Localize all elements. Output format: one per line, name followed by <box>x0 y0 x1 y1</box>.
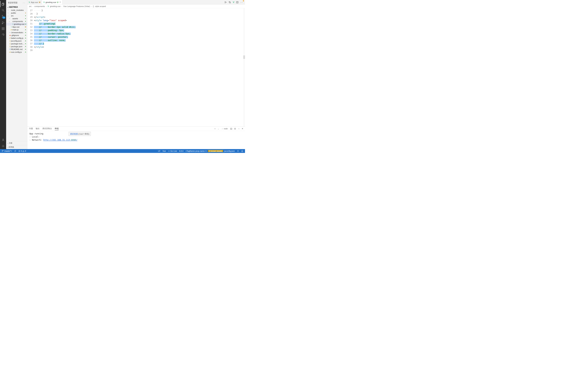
breadcrumb-part[interactable]: style scoped <box>95 5 106 7</box>
settings-icon[interactable] <box>0 143 6 149</box>
chevron-down-icon: ⌄ <box>7 6 9 8</box>
outline-section[interactable]: › 大纲 <box>6 141 27 145</box>
terminal-link[interactable]: http://192.168.31.113:8080/ <box>43 139 77 141</box>
more-icon[interactable]: ··· <box>240 1 243 3</box>
chevron-icon: › <box>9 18 10 19</box>
git-status: A <box>25 43 26 45</box>
status-sync[interactable] <box>13 150 17 152</box>
explorer-icon[interactable] <box>0 1 6 7</box>
file-icon: {} <box>9 43 11 45</box>
tree-item[interactable]: ›public● <box>6 12 27 14</box>
svg-point-2 <box>2 9 4 11</box>
panel-tab[interactable]: 调试控制台 <box>42 127 52 130</box>
editor-tab[interactable]: VApp.vueM <box>27 0 42 4</box>
status-branch[interactable]: master*+ <box>1 150 13 152</box>
tree-item[interactable]: JSmain.jsA <box>6 28 27 31</box>
tree-item[interactable]: JSvue.config.jsA <box>6 51 27 53</box>
project-section[interactable]: ⌄ GEETING3 <box>6 5 27 9</box>
breadcrumb-part[interactable]: Vue Language Features (Volar) <box>63 5 90 7</box>
breadcrumb-part[interactable]: src <box>29 5 32 7</box>
status-tagname[interactable]: <TagName prop-name /> <box>184 150 208 152</box>
file-label: vue.config.js <box>11 51 25 53</box>
file-icon: JS <box>9 51 11 53</box>
split-terminal-icon[interactable] <box>230 128 232 130</box>
status-eol[interactable]: LF <box>157 150 162 152</box>
svg-point-16 <box>229 1 229 2</box>
edge-icon[interactable] <box>0 32 6 38</box>
git-status: A <box>25 48 26 50</box>
panel-tab[interactable]: 终端 <box>55 127 59 130</box>
tree-item[interactable]: ≡.browserslistrcA <box>6 31 27 34</box>
git-compare-icon[interactable] <box>229 1 231 3</box>
vue-icon: V <box>43 1 45 3</box>
search-icon[interactable] <box>0 7 6 13</box>
file-label: public <box>11 12 25 14</box>
close-panel-icon[interactable]: ✕ <box>242 128 243 130</box>
tree-item[interactable]: VApp.vueM <box>6 25 27 28</box>
tree-item[interactable]: {}package.jsonA <box>6 45 27 48</box>
chevron-right-icon: › <box>91 5 92 7</box>
file-label: README.md <box>11 48 25 50</box>
scm-badge: 22 <box>2 17 5 19</box>
svg-point-24 <box>3 150 3 151</box>
file-icon: V <box>12 23 14 25</box>
run-icon[interactable] <box>224 1 227 3</box>
tree-item[interactable]: {}jsconfig.jsonA <box>6 40 27 42</box>
git-status: A <box>25 29 26 31</box>
status-issues[interactable]: 2 known issues <box>208 150 223 152</box>
git-status: ● <box>25 18 26 19</box>
tree-item[interactable]: ⓘREADME.mdA <box>6 48 27 51</box>
split-editor-icon[interactable] <box>236 1 239 3</box>
status-language[interactable]: Vue <box>161 150 167 152</box>
panel-tab[interactable]: 输出 <box>36 127 40 130</box>
code-editor[interactable]: ······}··}</script><style lang="less" sc… <box>34 8 243 126</box>
file-icon: JS <box>10 29 12 31</box>
status-jsconfig[interactable]: jsconfig.json <box>223 150 236 152</box>
editor-tab[interactable]: Vgreeting.vueU✕ <box>42 0 62 4</box>
minimap[interactable] <box>243 8 245 126</box>
status-feedback-icon[interactable] <box>236 150 240 152</box>
svg-rect-11 <box>2 29 3 30</box>
sidebar-more-icon[interactable]: ··· <box>23 2 25 4</box>
tree-item[interactable]: ›node_modules <box>6 9 27 12</box>
file-label: .gitignore <box>11 34 25 36</box>
panel-tab[interactable]: 问题 <box>29 127 33 130</box>
terminal-dropdown-icon[interactable]: ⌄ <box>218 128 219 130</box>
trash-icon[interactable] <box>234 128 236 130</box>
breadcrumb-part[interactable]: greeting.vue <box>50 5 61 7</box>
extensions-icon[interactable] <box>0 25 6 32</box>
breadcrumb-part[interactable]: components <box>34 5 45 7</box>
git-status: A <box>25 51 26 53</box>
git-status: A <box>25 34 26 36</box>
file-label: babel.config.js <box>11 37 25 39</box>
status-problems[interactable]: 0 0 <box>17 150 27 152</box>
chevron-right-icon: › <box>33 5 34 7</box>
chevron-icon: › <box>7 9 9 11</box>
tree-item[interactable]: ⌄components● <box>6 20 27 23</box>
tree-item[interactable]: ⌄src● <box>6 14 27 17</box>
new-terminal-icon[interactable]: ＋ <box>214 127 216 130</box>
tree-item[interactable]: Vgreeting.vueU <box>6 23 27 25</box>
tree-item[interactable]: ›assets● <box>6 17 27 20</box>
breadcrumb[interactable]: src›components›V greeting.vue›Vue Langua… <box>27 5 245 8</box>
line-gutter: 27282930313233343536373839 <box>27 8 34 126</box>
tree-item[interactable]: {}package-lock.js...A <box>6 42 27 45</box>
timeline-section[interactable]: › 时间线 <box>6 145 27 149</box>
file-label: components <box>12 20 25 22</box>
status-golive[interactable]: Go Live <box>167 150 178 152</box>
status-version[interactable]: 4.8.4 <box>178 150 184 152</box>
vue-icon[interactable]: V <box>233 1 234 3</box>
tree-item[interactable]: ◆.gitignoreA <box>6 34 27 37</box>
file-tree: ›node_modules›public●⌄src●›assets●⌄compo… <box>6 9 27 141</box>
shell-indicator[interactable]: node <box>221 128 228 130</box>
account-icon[interactable] <box>0 137 6 143</box>
terminal[interactable]: App running - Local: - Network: http://1… <box>27 131 245 149</box>
tab-label: greeting.vue <box>45 1 56 3</box>
tree-item[interactable]: Bbabel.config.jsA <box>6 37 27 40</box>
status-bell-icon[interactable] <box>240 150 244 152</box>
close-icon[interactable]: ✕ <box>59 1 61 3</box>
maximize-panel-icon[interactable] <box>238 128 240 130</box>
source-control-icon[interactable]: 22 <box>0 13 6 19</box>
svg-point-4 <box>2 15 3 16</box>
run-debug-icon[interactable] <box>0 19 6 25</box>
